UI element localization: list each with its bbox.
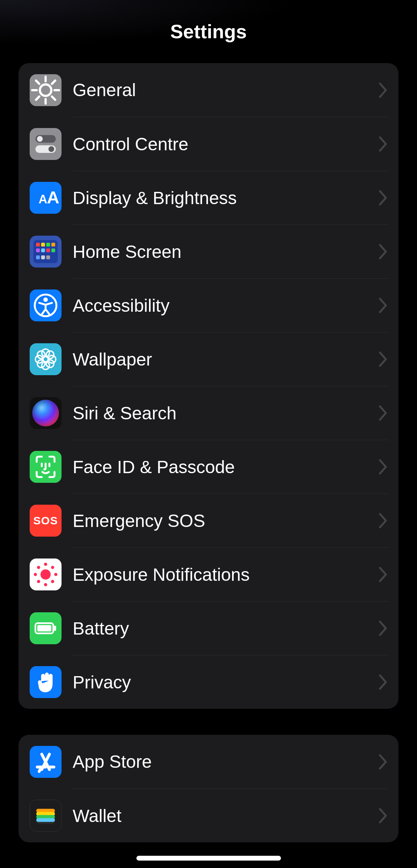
chevron-right-icon	[378, 566, 388, 583]
chevron-right-icon	[378, 243, 388, 260]
row-display-brightness[interactable]: AA Display & Brightness	[19, 171, 398, 225]
svg-point-48	[51, 580, 54, 583]
toggles-icon	[30, 128, 62, 160]
row-label: Home Screen	[73, 242, 378, 262]
battery-icon	[30, 612, 62, 644]
app-grid-icon	[30, 236, 62, 268]
svg-point-32	[35, 355, 43, 363]
row-app-store[interactable]: App Store	[19, 735, 398, 789]
svg-point-12	[49, 146, 54, 152]
svg-rect-19	[51, 242, 55, 246]
page-title: Settings	[170, 20, 247, 43]
svg-point-42	[44, 583, 47, 586]
face-id-icon	[30, 451, 62, 483]
svg-rect-17	[41, 242, 45, 246]
siri-orb-icon	[30, 397, 62, 429]
chevron-right-icon	[378, 674, 388, 690]
svg-point-28	[43, 297, 48, 302]
svg-point-35	[46, 351, 54, 358]
svg-point-45	[37, 566, 40, 569]
svg-rect-26	[46, 255, 50, 259]
sos-icon: SOS	[30, 505, 62, 537]
svg-point-37	[46, 360, 54, 367]
svg-rect-22	[46, 248, 50, 252]
gear-icon	[30, 74, 62, 106]
svg-point-0	[40, 84, 52, 96]
row-home-screen[interactable]: Home Screen	[19, 225, 398, 278]
row-control-centre[interactable]: Control Centre	[19, 117, 398, 171]
row-label: Exposure Notifications	[73, 564, 378, 585]
svg-rect-23	[51, 248, 55, 252]
text-size-icon: AA	[30, 182, 62, 214]
svg-line-5	[36, 81, 39, 84]
svg-rect-25	[41, 255, 45, 259]
row-wallpaper[interactable]: Wallpaper	[19, 332, 398, 386]
settings-group-device: General Control Centre AA Display & Brig…	[19, 63, 398, 709]
chevron-right-icon	[378, 405, 388, 421]
row-label: App Store	[73, 751, 378, 772]
settings-header: Settings	[0, 0, 417, 63]
app-store-icon	[30, 746, 62, 778]
chevron-right-icon	[378, 190, 388, 206]
svg-rect-20	[36, 248, 40, 252]
svg-point-47	[37, 580, 40, 583]
svg-line-7	[52, 81, 55, 84]
svg-point-43	[34, 573, 37, 576]
chevron-right-icon	[378, 512, 388, 529]
svg-rect-16	[36, 242, 40, 246]
svg-point-10	[37, 136, 43, 141]
row-label: Battery	[73, 618, 378, 639]
svg-line-6	[52, 96, 55, 100]
svg-rect-61	[36, 818, 55, 822]
chevron-right-icon	[378, 620, 388, 636]
row-label: General	[73, 80, 378, 100]
svg-point-31	[42, 361, 50, 369]
chevron-right-icon	[378, 82, 388, 98]
row-label: Privacy	[73, 672, 378, 692]
row-emergency-sos[interactable]: SOS Emergency SOS	[19, 494, 398, 547]
chevron-right-icon	[378, 351, 388, 367]
row-label: Accessibility	[73, 295, 378, 316]
svg-text:A: A	[47, 188, 59, 207]
svg-rect-24	[36, 255, 40, 259]
row-label: Face ID & Passcode	[73, 457, 378, 477]
settings-group-store: App Store Wallet	[19, 735, 398, 842]
svg-line-56	[39, 769, 40, 771]
svg-point-40	[40, 569, 51, 580]
svg-line-8	[36, 96, 39, 100]
svg-rect-51	[54, 626, 56, 631]
row-label: Wallet	[73, 806, 378, 826]
exposure-dots-icon	[30, 559, 62, 590]
row-face-id-passcode[interactable]: Face ID & Passcode	[19, 440, 398, 494]
flower-icon	[30, 343, 62, 375]
row-wallet[interactable]: Wallet	[19, 789, 398, 842]
hand-icon	[30, 666, 62, 698]
row-battery[interactable]: Battery	[19, 601, 398, 655]
wallet-icon	[30, 800, 62, 832]
svg-rect-50	[37, 625, 52, 631]
svg-point-41	[44, 563, 47, 566]
svg-rect-18	[46, 242, 50, 246]
row-siri-search[interactable]: Siri & Search	[19, 386, 398, 440]
chevron-right-icon	[378, 136, 388, 152]
svg-point-46	[51, 566, 54, 569]
svg-point-36	[37, 360, 45, 367]
row-label: Control Centre	[73, 134, 378, 154]
svg-point-34	[37, 351, 45, 358]
svg-text:A: A	[39, 192, 47, 206]
svg-point-30	[42, 349, 50, 357]
home-indicator[interactable]	[136, 856, 281, 861]
chevron-right-icon	[378, 808, 388, 824]
svg-rect-21	[41, 248, 45, 252]
row-general[interactable]: General	[19, 63, 398, 117]
chevron-right-icon	[378, 297, 388, 314]
chevron-right-icon	[378, 459, 388, 475]
row-label: Emergency SOS	[73, 511, 378, 531]
svg-point-33	[48, 355, 56, 363]
row-label: Display & Brightness	[73, 188, 378, 208]
row-label: Siri & Search	[73, 403, 378, 423]
row-exposure-notifications[interactable]: Exposure Notifications	[19, 547, 398, 601]
accessibility-icon	[30, 289, 62, 321]
row-privacy[interactable]: Privacy	[19, 655, 398, 709]
row-accessibility[interactable]: Accessibility	[19, 278, 398, 332]
